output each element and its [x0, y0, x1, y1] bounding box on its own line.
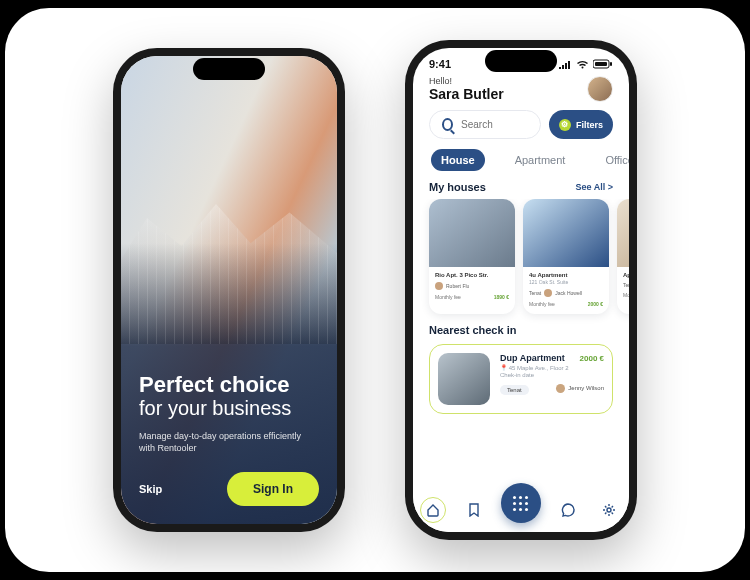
onboarding-phone: Perfect choice for your business Manage … — [113, 48, 345, 532]
nav-chat-icon[interactable] — [555, 497, 581, 523]
tenant-avatar — [435, 282, 443, 290]
checkin-tenant-chip: Tenat — [500, 385, 529, 395]
nav-fab-button[interactable] — [501, 483, 541, 523]
tab-office[interactable]: Office — [595, 149, 629, 171]
wifi-icon — [576, 60, 589, 69]
checkin-price: 2000 € — [580, 354, 604, 363]
house-card[interactable]: Apartment 4a Tenat Monthly fee — [617, 199, 629, 314]
checkin-thumb — [438, 353, 490, 405]
filters-button[interactable]: ⚙ Filters — [549, 110, 613, 139]
tenant-label: Tenat — [623, 282, 629, 288]
search-input[interactable] — [429, 110, 541, 139]
sign-in-button[interactable]: Sign In — [227, 472, 319, 506]
filters-icon: ⚙ — [559, 119, 571, 131]
bottom-nav — [413, 488, 629, 532]
headline-bold: Perfect choice — [139, 372, 319, 397]
my-houses-title: My houses — [429, 181, 486, 193]
avatar[interactable] — [587, 76, 613, 102]
checkin-tenant-name: Jenny Wilson — [568, 385, 604, 391]
grid-icon — [513, 496, 528, 511]
house-address: 121 Oak St. Suite — [529, 279, 603, 285]
house-thumb — [617, 199, 629, 267]
onboarding-subtext: Manage day-to-day operations efficiently… — [139, 430, 319, 454]
house-card[interactable]: 4u Apartment 121 Oak St. Suite TenatJack… — [523, 199, 609, 314]
svg-rect-2 — [610, 62, 612, 66]
greeting-label: Hello! — [429, 76, 504, 86]
headline-light: for your business — [139, 396, 319, 420]
tenant-name: Jack Howell — [555, 290, 582, 296]
house-name: Rio Apt. 3 Pico Str. — [435, 272, 488, 278]
monthly-fee-label: Monthly fee — [623, 292, 629, 298]
price: 2000 € — [588, 301, 603, 307]
see-all-link[interactable]: See All > — [576, 182, 613, 192]
nav-bookmark-icon[interactable] — [461, 497, 487, 523]
checkin-date-label: Chek-in date — [500, 372, 604, 378]
tenant-avatar — [544, 289, 552, 297]
battery-icon — [593, 59, 613, 69]
house-name: Apartment 4a — [623, 272, 629, 278]
tab-apartment[interactable]: Apartment — [505, 149, 576, 171]
user-name: Sara Butler — [429, 86, 504, 102]
house-card[interactable]: Rio Apt. 3 Pico Str. Robert Flu Monthly … — [429, 199, 515, 314]
nav-home-icon[interactable] — [420, 497, 446, 523]
checkin-name: Dup Apartment — [500, 353, 565, 363]
signal-icon — [558, 60, 572, 69]
house-thumb — [429, 199, 515, 267]
house-name: 4u Apartment — [529, 272, 567, 278]
search-field[interactable] — [461, 119, 528, 130]
tenant-label: Tenat — [529, 290, 541, 296]
nearest-checkin-card[interactable]: Dup Apartment 2000 € 📍 45 Maple Ave., Fl… — [429, 344, 613, 414]
search-icon — [442, 118, 453, 131]
nav-settings-icon[interactable] — [596, 497, 622, 523]
filters-label: Filters — [576, 120, 603, 130]
house-thumb — [523, 199, 609, 267]
svg-point-3 — [607, 508, 611, 512]
tenant-avatar — [556, 384, 565, 393]
tenant-name: Robert Flu — [446, 283, 469, 289]
skip-button[interactable]: Skip — [139, 483, 162, 495]
checkin-address: 45 Maple Ave., Floor 2 — [509, 365, 569, 371]
monthly-fee-label: Monthly fee — [435, 294, 461, 300]
svg-rect-1 — [595, 62, 607, 66]
tab-house[interactable]: House — [431, 149, 485, 171]
nearest-checkin-title: Nearest check in — [429, 324, 516, 336]
dashboard-phone: 9:41 Hello! Sara Butler — [405, 40, 637, 540]
dynamic-island — [193, 58, 265, 80]
price: 1890 € — [494, 294, 509, 300]
status-time: 9:41 — [429, 58, 451, 70]
monthly-fee-label: Monthly fee — [529, 301, 555, 307]
houses-list[interactable]: Rio Apt. 3 Pico Str. Robert Flu Monthly … — [413, 199, 629, 324]
dynamic-island — [485, 50, 557, 72]
